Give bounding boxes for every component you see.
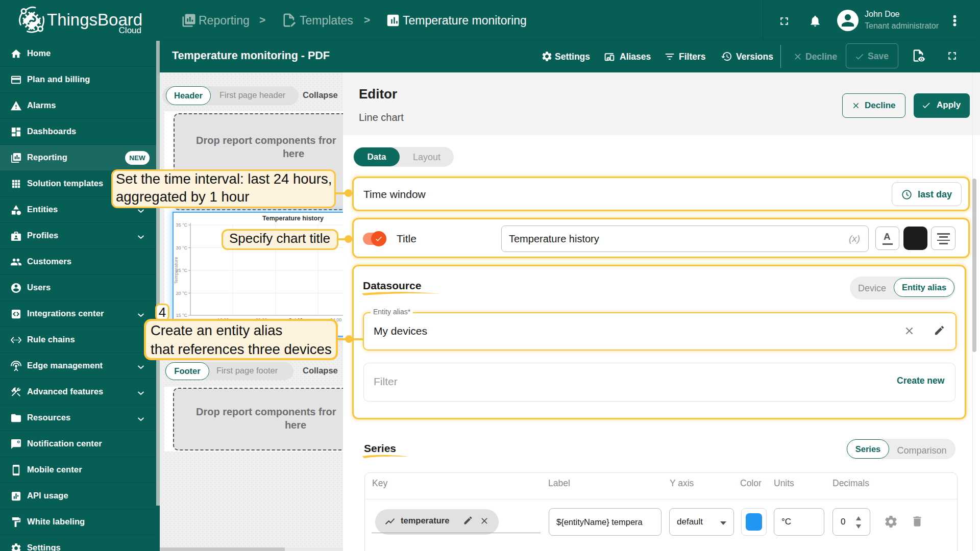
svg-text:15 °C: 15 °C [176,313,187,318]
svg-text:30 °C: 30 °C [176,245,187,251]
svg-text:Oct 13: Oct 13 [288,317,303,322]
svg-text:20 °C: 20 °C [176,291,187,296]
svg-text:16:00: 16:00 [217,317,229,322]
svg-text:20:00: 20:00 [256,317,267,322]
svg-text:04:00: 04:00 [330,317,342,322]
svg-text:Temperature: Temperature [174,257,179,284]
svg-text:35 °C: 35 °C [176,222,187,228]
svg-text:Temperature history: Temperature history [262,215,324,222]
